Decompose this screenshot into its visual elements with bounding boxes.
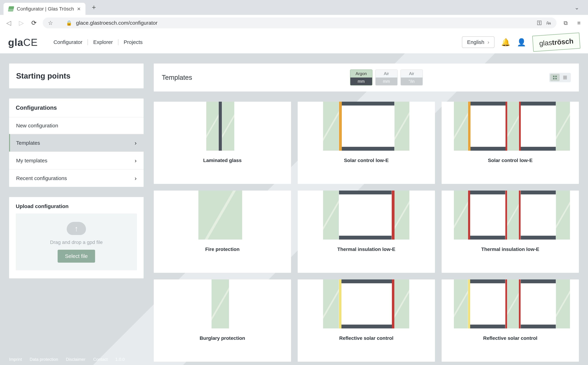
language-label: English (467, 39, 484, 45)
footer-disclaimer[interactable]: Disclaimer (66, 357, 86, 362)
configurations-card: Configurations New configuration Templat… (9, 98, 143, 187)
seg-top: Air (376, 70, 397, 77)
template-viz (154, 102, 291, 151)
footer-contact[interactable]: Contact (93, 357, 108, 362)
app-brand[interactable]: glaCE (8, 36, 38, 48)
sidebar-item-label: New configuration (16, 123, 58, 129)
footer-imprint[interactable]: Imprint (9, 357, 22, 362)
bookmark-icon[interactable]: ☆ (48, 20, 53, 26)
templates-toolbar: Templates Argon mm Air mm Air "/in (154, 63, 579, 91)
template-viz (154, 280, 291, 329)
section-title: Templates (162, 74, 192, 81)
seg-top: Air (401, 70, 423, 77)
install-icon[interactable]: ⧉ (561, 20, 570, 26)
sidebar-item-my-templates[interactable]: My templates › (9, 152, 143, 169)
template-label: Reflective solar control (483, 336, 538, 341)
seg-bot: mm (350, 77, 372, 85)
seg-bot: mm (376, 77, 397, 85)
tab-list-chevron-icon[interactable]: ⌄ (574, 4, 585, 11)
unit-segmented-control: Argon mm Air mm Air "/in (350, 70, 423, 85)
sidebar-item-label: Templates (16, 140, 40, 146)
upload-title: Upload configuration (16, 203, 137, 209)
footer-data-protection[interactable]: Data protection (29, 357, 58, 362)
svg-rect-2 (553, 78, 554, 79)
template-label: Solar control low-E (344, 158, 388, 163)
starting-points-title: Starting points (9, 63, 143, 88)
template-card[interactable]: Laminated glass (154, 102, 291, 184)
user-icon[interactable]: 👤 (517, 38, 526, 47)
starting-points-card: Starting points (9, 63, 143, 88)
favicon-icon (8, 6, 14, 12)
template-viz (154, 190, 291, 239)
template-label: Solar control low-E (488, 158, 532, 163)
configurations-title: Configurations (9, 98, 143, 117)
nav-configurator[interactable]: Configurator (48, 39, 88, 45)
template-label: Reflective solar control (339, 336, 394, 341)
browser-menu-icon[interactable]: ≡ (575, 20, 583, 26)
template-viz (298, 280, 435, 329)
sidebar-item-label: My templates (16, 158, 47, 164)
template-viz (442, 280, 579, 329)
key-icon[interactable]: ⚿ (537, 20, 542, 26)
sidebar-item-recent-configurations[interactable]: Recent configurations › (9, 169, 143, 187)
chevron-right-icon: › (488, 39, 489, 45)
reload-button[interactable]: ⟳ (30, 19, 38, 27)
chevron-right-icon: › (135, 157, 136, 164)
nav-explorer[interactable]: Explorer (88, 39, 118, 45)
seg-air-mm[interactable]: Air mm (375, 70, 398, 85)
company-logo[interactable]: glaströsch (532, 33, 581, 52)
template-card[interactable]: Solar control low-E (442, 102, 579, 184)
template-card[interactable]: Reflective solar control (442, 280, 579, 362)
svg-rect-3 (555, 78, 557, 79)
nav-projects[interactable]: Projects (118, 39, 148, 45)
page-body: Starting points Configurations New confi… (0, 53, 588, 365)
browser-tab[interactable]: Configurator | Glas Trösch × (3, 3, 86, 15)
translate-icon[interactable]: 🗛 (546, 20, 551, 26)
template-viz (298, 190, 435, 239)
template-viz (442, 190, 579, 239)
template-card[interactable]: Reflective solar control (298, 280, 435, 362)
svg-rect-0 (553, 76, 554, 77)
view-toggle (549, 73, 571, 82)
lock-icon: 🔒 (66, 20, 72, 26)
svg-rect-5 (563, 77, 567, 78)
notifications-icon[interactable]: 🔔 (501, 38, 510, 47)
main-nav: Configurator Explorer Projects (48, 39, 148, 45)
svg-rect-4 (563, 76, 567, 77)
seg-air-in[interactable]: Air "/in (401, 70, 423, 85)
back-button[interactable]: ◁ (5, 19, 13, 27)
template-card[interactable]: Thermal insulation low-E (298, 190, 435, 273)
drop-text: Drag and drop a gpd file (50, 239, 103, 245)
cloud-upload-icon (67, 222, 86, 235)
address-bar[interactable]: ☆ 🔒 glace.glastroesch.com/configurator ⚿… (43, 17, 557, 28)
template-label: Laminated glass (203, 158, 242, 163)
list-view-button[interactable] (560, 74, 570, 81)
upload-dropzone[interactable]: Drag and drop a gpd file Select file (16, 213, 137, 270)
svg-rect-6 (563, 78, 567, 79)
tab-strip: Configurator | Glas Trösch × + ⌄ (0, 0, 588, 15)
grid-view-button[interactable] (550, 74, 560, 81)
close-tab-icon[interactable]: × (77, 5, 80, 12)
main-panel: Templates Argon mm Air mm Air "/in (154, 63, 579, 365)
new-tab-button[interactable]: + (89, 3, 99, 11)
template-card[interactable]: Thermal insulation low-E (442, 190, 579, 273)
template-viz (442, 102, 579, 151)
language-selector[interactable]: English › (462, 36, 495, 48)
template-card[interactable]: Solar control low-E (298, 102, 435, 184)
template-card[interactable]: Fire protection (154, 190, 291, 273)
chevron-right-icon: › (135, 140, 136, 146)
chevron-right-icon: › (135, 175, 136, 182)
svg-rect-1 (555, 76, 557, 77)
template-card[interactable]: Burglary protection (154, 280, 291, 362)
forward-button[interactable]: ▷ (17, 19, 25, 27)
sidebar-item-new-configuration[interactable]: New configuration (9, 117, 143, 134)
brand-light: CE (23, 36, 38, 48)
footer-version: 1.0.0 (115, 357, 125, 362)
sidebar-item-templates[interactable]: Templates › (9, 134, 143, 152)
seg-argon-mm[interactable]: Argon mm (350, 70, 373, 85)
logo-light: glas (539, 38, 552, 47)
logo-bold: trösch (552, 37, 574, 46)
address-bar-row: ◁ ▷ ⟳ ☆ 🔒 glace.glastroesch.com/configur… (0, 15, 588, 31)
select-file-button[interactable]: Select file (57, 250, 95, 263)
template-viz (298, 102, 435, 151)
